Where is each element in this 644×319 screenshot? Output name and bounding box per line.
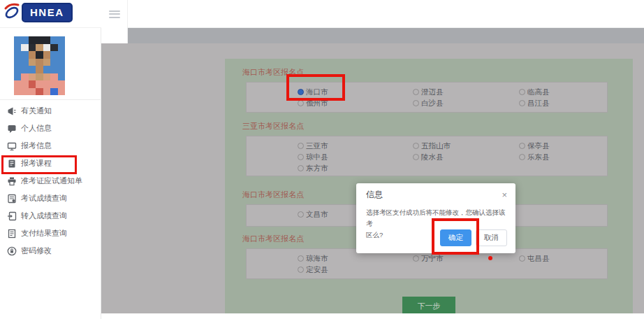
radio-option[interactable]: 陵水县 — [413, 152, 519, 162]
radio-icon[interactable] — [413, 255, 419, 262]
radio-option[interactable]: 临高县 — [519, 87, 607, 97]
radio-option[interactable]: 海口市 — [298, 87, 413, 97]
radio-label: 陵水县 — [421, 153, 444, 162]
radio-option[interactable]: 三亚市 — [298, 141, 413, 151]
radio-label: 乐东县 — [527, 153, 550, 162]
confirm-dialog: 信息 × 选择考区支付成功后将不能修改，您确认选择该考 区么? 确定 取消 — [356, 183, 515, 253]
exam-area-section: 三亚市考区报名点三亚市五指山市保亭县琼中县陵水县乐东县东方市 — [225, 121, 633, 176]
radio-icon[interactable] — [298, 100, 304, 106]
radio-option[interactable]: 琼中县 — [298, 152, 413, 162]
dialog-header: 信息 × — [356, 183, 515, 202]
sidebar-item-label: 报考信息 — [21, 141, 52, 151]
radio-label: 文昌市 — [306, 210, 328, 220]
sidebar-collapse-button[interactable] — [101, 0, 128, 43]
lock-icon — [7, 246, 17, 256]
radio-icon[interactable] — [298, 267, 304, 273]
book-icon — [7, 159, 17, 169]
radio-option[interactable]: 儋州市 — [298, 98, 413, 108]
sidebar: 有关通知个人信息报考信息报考课程准考证应试通知单考试成绩查询转入成绩查询支付结果… — [0, 28, 101, 319]
receipt-icon — [7, 229, 17, 239]
radio-option[interactable]: 五指山市 — [413, 141, 519, 151]
radio-option[interactable]: 白沙县 — [413, 98, 519, 108]
confirm-button[interactable]: 确定 — [440, 229, 471, 246]
sidebar-item-admission-ticket[interactable]: 准考证应试通知单 — [0, 172, 101, 190]
next-step-button[interactable]: 下一步 — [402, 297, 455, 313]
sidebar-item-label: 报考课程 — [21, 158, 52, 169]
app-window: HNEA — [0, 0, 644, 319]
radio-icon[interactable] — [298, 255, 304, 262]
top-bar: HNEA — [0, 0, 644, 28]
printer-icon — [7, 176, 17, 186]
main-content: 下一步 海口市考区报名点海口市澄迈县临高县儋州市白沙县昌江县三亚市考区报名点三亚… — [101, 43, 644, 313]
radio-selected-icon[interactable] — [298, 89, 304, 95]
radio-icon[interactable] — [413, 143, 419, 149]
sidebar-item-notices[interactable]: 有关通知 — [0, 102, 101, 120]
sidebar-item-change-password[interactable]: 密码修改 — [0, 242, 101, 260]
radio-icon[interactable] — [413, 89, 419, 95]
radio-label: 澄迈县 — [421, 87, 444, 97]
sidebar-item-label: 个人信息 — [21, 123, 52, 134]
radio-label: 海口市 — [306, 87, 328, 97]
radio-label: 儋州市 — [306, 99, 328, 108]
radio-option[interactable]: 澄迈县 — [413, 87, 519, 97]
radio-label: 三亚市 — [306, 141, 328, 151]
radio-label: 万宁市 — [421, 254, 444, 264]
radio-label: 东方市 — [306, 164, 328, 173]
radio-option[interactable]: 东方市 — [298, 163, 413, 173]
radio-icon[interactable] — [413, 100, 419, 106]
logo-text: HNEA — [22, 3, 73, 22]
radio-icon[interactable] — [519, 154, 525, 160]
radio-icon[interactable] — [519, 255, 525, 262]
sidebar-item-label: 有关通知 — [21, 106, 52, 116]
radio-label: 临高县 — [527, 87, 550, 97]
radio-label: 保亭县 — [527, 141, 550, 151]
exam-area-section: 海口市考区报名点海口市澄迈县临高县儋州市白沙县昌江县 — [225, 67, 633, 113]
sidebar-item-payment-results[interactable]: 支付结果查询 — [0, 225, 101, 242]
monitor-icon — [7, 141, 17, 151]
close-icon[interactable]: × — [502, 190, 507, 199]
radio-group: 海口市澄迈县临高县儋州市白沙县昌江县 — [246, 82, 608, 113]
sidebar-item-label: 考试成绩查询 — [21, 193, 67, 204]
radio-label: 屯昌县 — [527, 254, 550, 264]
radio-icon[interactable] — [519, 100, 525, 106]
sidebar-menu: 有关通知个人信息报考信息报考课程准考证应试通知单考试成绩查询转入成绩查询支付结果… — [0, 102, 101, 260]
dialog-title: 信息 — [366, 189, 383, 201]
score-icon — [7, 194, 17, 204]
radio-option[interactable]: 保亭县 — [519, 141, 607, 151]
radio-icon[interactable] — [298, 143, 304, 149]
breadcrumb-strip — [128, 28, 644, 43]
sidebar-item-exam-info[interactable]: 报考信息 — [0, 137, 101, 155]
chat-icon — [7, 124, 17, 134]
radio-option[interactable]: 乐东县 — [519, 152, 607, 162]
hnea-emblem-icon — [3, 1, 20, 24]
radio-icon[interactable] — [298, 154, 304, 160]
radio-option[interactable]: 定安县 — [298, 264, 413, 275]
cancel-button[interactable]: 取消 — [476, 229, 507, 246]
radio-option[interactable]: 昌江县 — [519, 98, 607, 108]
sidebar-item-label: 支付结果查询 — [21, 228, 67, 239]
radio-option[interactable]: 琼海市 — [298, 253, 413, 264]
radio-icon[interactable] — [519, 143, 525, 149]
sidebar-item-exam-courses[interactable]: 报考课程 — [0, 155, 101, 172]
section-title: 三亚市考区报名点 — [242, 121, 633, 132]
radio-label: 定安县 — [306, 265, 328, 275]
megaphone-icon — [7, 106, 17, 116]
sidebar-item-label: 准考证应试通知单 — [21, 176, 82, 186]
radio-label: 昌江县 — [527, 99, 550, 108]
radio-label: 白沙县 — [421, 99, 444, 108]
radio-icon[interactable] — [413, 154, 419, 160]
radio-label: 琼中县 — [306, 153, 328, 162]
transfer-doc-icon — [7, 211, 17, 221]
radio-icon[interactable] — [298, 165, 304, 171]
sidebar-item-transfer-scores[interactable]: 转入成绩查询 — [0, 207, 101, 225]
radio-icon[interactable] — [519, 89, 525, 95]
user-avatar — [14, 36, 65, 95]
radio-icon[interactable] — [298, 211, 304, 218]
radio-option[interactable]: 万宁市 — [413, 253, 519, 264]
sidebar-item-profile[interactable]: 个人信息 — [0, 120, 101, 137]
radio-option[interactable]: 屯昌县 — [519, 253, 607, 264]
sidebar-item-label: 密码修改 — [21, 246, 52, 256]
logo: HNEA — [3, 2, 73, 23]
section-title: 海口市考区报名点 — [242, 67, 633, 78]
sidebar-item-exam-scores[interactable]: 考试成绩查询 — [0, 190, 101, 207]
